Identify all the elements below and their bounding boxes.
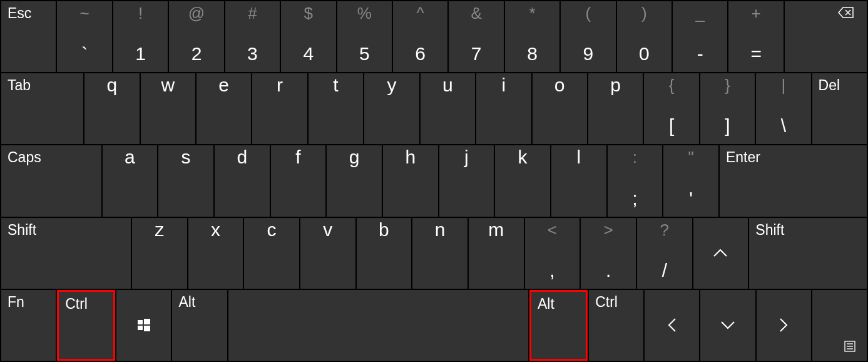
key-left-ctrl[interactable]: Ctrl bbox=[57, 290, 115, 361]
key-t[interactable]: t bbox=[309, 73, 363, 144]
key-lower: 0 bbox=[639, 43, 650, 65]
key-left-shift[interactable]: Shift bbox=[1, 218, 131, 289]
key-label: m bbox=[488, 219, 504, 240]
key-m[interactable]: m bbox=[469, 218, 524, 289]
key-x[interactable]: x bbox=[188, 218, 243, 289]
key-semicolon[interactable]: : ; bbox=[608, 145, 663, 216]
key-g[interactable]: g bbox=[327, 145, 382, 216]
key-context-menu[interactable] bbox=[812, 290, 867, 361]
key-label: y bbox=[387, 75, 396, 96]
key-backtick[interactable]: ~ ` bbox=[57, 1, 111, 72]
key-right-ctrl[interactable]: Ctrl bbox=[589, 290, 643, 361]
key-9[interactable]: ( 9 bbox=[561, 1, 615, 72]
chevron-up-icon bbox=[713, 249, 728, 257]
key-lower: ] bbox=[725, 115, 730, 137]
key-b[interactable]: b bbox=[357, 218, 412, 289]
context-menu-icon bbox=[844, 341, 855, 352]
key-label: Shift bbox=[8, 222, 36, 239]
key-s[interactable]: s bbox=[158, 145, 213, 216]
key-lower: 9 bbox=[583, 43, 594, 65]
key-fn[interactable]: Fn bbox=[1, 290, 56, 361]
key-lower: . bbox=[606, 260, 611, 281]
windows-icon bbox=[138, 319, 150, 331]
key-c[interactable]: c bbox=[244, 218, 299, 289]
key-lower: 8 bbox=[527, 43, 538, 65]
key-label: o bbox=[554, 75, 565, 96]
key-p[interactable]: p bbox=[588, 73, 643, 144]
key-upper: " bbox=[688, 148, 694, 167]
key-lower: ; bbox=[632, 188, 637, 209]
key-8[interactable]: * 8 bbox=[505, 1, 559, 72]
key-n[interactable]: n bbox=[412, 218, 467, 289]
key-space[interactable] bbox=[228, 290, 528, 361]
key-i[interactable]: i bbox=[476, 73, 531, 144]
key-label: t bbox=[333, 75, 338, 96]
key-windows[interactable] bbox=[116, 290, 171, 361]
key-q[interactable]: q bbox=[84, 73, 139, 144]
key-k[interactable]: k bbox=[495, 145, 550, 216]
key-label: Fn bbox=[8, 294, 24, 311]
key-0[interactable]: ) 0 bbox=[617, 1, 671, 72]
key-2[interactable]: @ 2 bbox=[169, 1, 223, 72]
svg-rect-2 bbox=[138, 326, 143, 330]
key-escape[interactable]: Esc bbox=[1, 1, 56, 72]
chevron-right-icon bbox=[779, 318, 788, 333]
key-right-arrow[interactable] bbox=[757, 290, 811, 361]
key-upper: } bbox=[725, 76, 730, 95]
key-v[interactable]: v bbox=[300, 218, 355, 289]
key-right-shift[interactable]: Shift bbox=[749, 218, 867, 289]
key-right-alt[interactable]: Alt bbox=[529, 290, 588, 361]
key-1[interactable]: ! 1 bbox=[113, 1, 168, 72]
key-tab[interactable]: Tab bbox=[1, 73, 83, 144]
key-lower: - bbox=[697, 43, 703, 65]
key-label: c bbox=[267, 219, 277, 240]
key-left-arrow[interactable] bbox=[645, 290, 699, 361]
key-f[interactable]: f bbox=[271, 145, 326, 216]
key-d[interactable]: d bbox=[215, 145, 270, 216]
key-o[interactable]: o bbox=[533, 73, 587, 144]
key-r[interactable]: r bbox=[252, 73, 307, 144]
key-7[interactable]: & 7 bbox=[449, 1, 503, 72]
key-down-arrow[interactable] bbox=[700, 290, 755, 361]
key-6[interactable]: ^ 6 bbox=[393, 1, 447, 72]
key-quote[interactable]: " ' bbox=[663, 145, 718, 216]
key-h[interactable]: h bbox=[383, 145, 438, 216]
key-upper: : bbox=[633, 148, 637, 167]
key-left-bracket[interactable]: { [ bbox=[644, 73, 698, 144]
key-comma[interactable]: < , bbox=[525, 218, 580, 289]
key-upper: + bbox=[752, 4, 761, 23]
key-y[interactable]: y bbox=[364, 73, 419, 144]
key-j[interactable]: j bbox=[439, 145, 494, 216]
key-lower: 6 bbox=[415, 43, 426, 65]
key-backspace[interactable] bbox=[785, 1, 867, 72]
key-l[interactable]: l bbox=[551, 145, 606, 216]
key-period[interactable]: > . bbox=[581, 218, 636, 289]
key-z[interactable]: z bbox=[132, 218, 187, 289]
key-capslock[interactable]: Caps bbox=[1, 145, 101, 216]
key-upper: ! bbox=[138, 4, 143, 23]
key-upper: $ bbox=[304, 4, 313, 23]
key-4[interactable]: $ 4 bbox=[281, 1, 335, 72]
key-label: z bbox=[155, 219, 164, 240]
key-label: Alt bbox=[178, 294, 195, 311]
key-up-arrow[interactable] bbox=[693, 218, 748, 289]
key-delete[interactable]: Del bbox=[812, 73, 867, 144]
key-3[interactable]: # 3 bbox=[225, 1, 280, 72]
key-upper: # bbox=[248, 4, 257, 23]
key-upper: | bbox=[782, 76, 786, 95]
key-a[interactable]: a bbox=[103, 145, 158, 216]
key-enter[interactable]: Enter bbox=[720, 145, 867, 216]
key-lower: [ bbox=[669, 115, 674, 137]
key-right-bracket[interactable]: } ] bbox=[700, 73, 755, 144]
key-label: n bbox=[435, 219, 446, 240]
key-w[interactable]: w bbox=[141, 73, 195, 144]
key-equals[interactable]: + = bbox=[728, 1, 783, 72]
key-backslash[interactable]: | \ bbox=[756, 73, 810, 144]
key-5[interactable]: % 5 bbox=[337, 1, 392, 72]
key-minus[interactable]: _ - bbox=[673, 1, 727, 72]
key-e[interactable]: e bbox=[197, 73, 251, 144]
key-u[interactable]: u bbox=[421, 73, 475, 144]
key-slash[interactable]: ? / bbox=[637, 218, 692, 289]
key-left-alt[interactable]: Alt bbox=[172, 290, 227, 361]
on-screen-keyboard: Esc ~ ` ! 1 @ 2 # 3 $ 4 % 5 ^ 6 bbox=[1, 1, 867, 361]
